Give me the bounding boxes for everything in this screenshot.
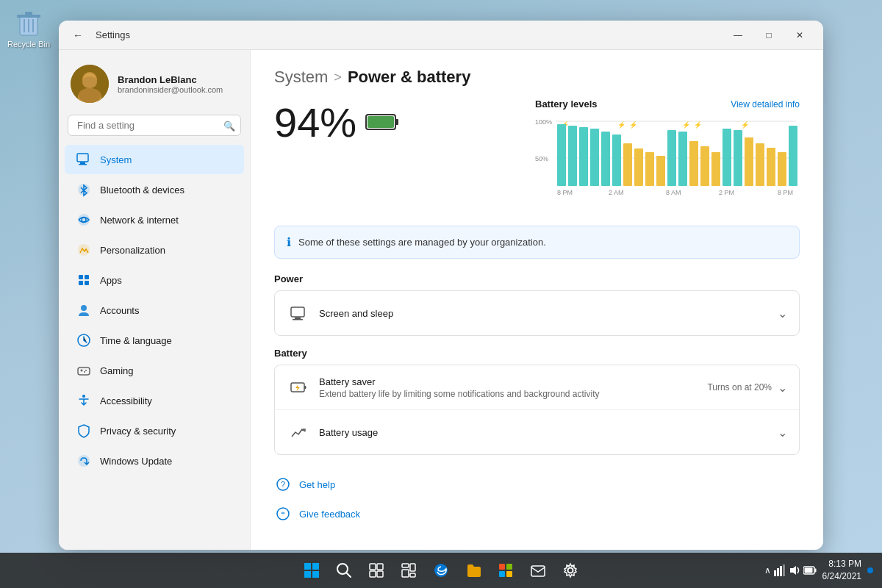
svg-text:8 PM: 8 PM xyxy=(778,189,793,196)
svg-rect-48 xyxy=(612,135,621,186)
battery-saver-right: Turns on at 20% ⌄ xyxy=(707,381,787,395)
breadcrumb-separator: > xyxy=(334,70,342,85)
svg-line-83 xyxy=(346,573,351,577)
sidebar-item-bluetooth[interactable]: Bluetooth & devices xyxy=(65,175,244,204)
window-title: Settings xyxy=(96,29,130,40)
taskbar-taskview-button[interactable] xyxy=(363,557,390,584)
taskbar-date-value: 6/24/2021 xyxy=(822,570,861,583)
sidebar-item-bluetooth-label: Bluetooth & devices xyxy=(100,184,184,196)
sidebar-item-accessibility-label: Accessibility xyxy=(100,395,152,406)
sidebar-item-privacy[interactable]: Privacy & security xyxy=(65,416,244,445)
battery-icon xyxy=(365,107,401,138)
power-card: Screen and sleep ⌄ xyxy=(274,290,800,336)
power-section-title: Power xyxy=(274,273,800,284)
network-icon xyxy=(76,212,91,227)
sidebar-item-time[interactable]: Time & language xyxy=(65,326,244,355)
notification-dot[interactable] xyxy=(867,567,873,573)
taskbar-time-value: 8:13 PM xyxy=(822,558,861,570)
screen-sleep-row[interactable]: Screen and sleep ⌄ xyxy=(275,291,799,335)
battery-percentage-display: 94% xyxy=(274,98,401,146)
svg-rect-55 xyxy=(689,141,698,186)
battery-chart-area: Battery levels View detailed info 100% 5… xyxy=(535,98,800,211)
battery-saver-row[interactable]: Battery saver Extend battery life by lim… xyxy=(275,365,799,410)
svg-rect-61 xyxy=(756,143,764,186)
taskbar-clock[interactable]: 8:13 PM 6/24/2021 xyxy=(822,558,861,583)
notice-box: ℹ Some of these settings are managed by … xyxy=(274,226,800,259)
svg-rect-52 xyxy=(656,156,665,186)
svg-rect-86 xyxy=(370,571,376,577)
svg-point-11 xyxy=(79,88,101,103)
taskbar-settings-button[interactable] xyxy=(557,557,584,584)
taskbar-right: ∧ 8:13 PM 6/24/2021 xyxy=(764,558,873,583)
battery-chart-svg: 100% 50% ⚡ ⚡ ⚡ ⚡ ⚡ ⚡ xyxy=(535,115,800,196)
svg-rect-96 xyxy=(506,571,512,577)
search-icon: 🔍 xyxy=(223,120,235,131)
svg-rect-57 xyxy=(711,152,720,186)
search-input[interactable] xyxy=(68,115,241,136)
svg-rect-87 xyxy=(377,571,383,577)
taskbar: ∧ 8:13 PM 6/24/2021 xyxy=(0,553,882,588)
sidebar-item-accounts[interactable]: Accounts xyxy=(65,295,244,325)
svg-rect-74 xyxy=(304,386,306,389)
breadcrumb-parent[interactable]: System xyxy=(274,68,328,87)
sidebar-item-update[interactable]: Windows Update xyxy=(65,446,244,476)
sidebar-item-accounts-label: Accounts xyxy=(100,305,139,316)
svg-rect-53 xyxy=(667,130,676,186)
battery-section-title: Battery xyxy=(274,348,800,359)
sidebar-item-network[interactable]: Network & internet xyxy=(65,205,244,234)
svg-rect-91 xyxy=(410,573,415,577)
svg-rect-56 xyxy=(700,146,709,186)
show-hidden-icons[interactable]: ∧ xyxy=(764,565,771,576)
breadcrumb-current: Power & battery xyxy=(348,68,471,87)
sidebar-item-apps[interactable]: Apps xyxy=(65,265,244,295)
svg-text:2 AM: 2 AM xyxy=(609,189,624,196)
user-name: Brandon LeBlanc xyxy=(118,74,223,85)
battery-percent-value: 94% xyxy=(274,98,356,146)
recycle-bin[interactable]: Recycle Bin xyxy=(7,7,50,49)
battery-usage-row[interactable]: Battery usage ⌄ xyxy=(275,410,799,454)
view-detail-link[interactable]: View detailed info xyxy=(731,99,800,110)
svg-text:⚡: ⚡ xyxy=(629,121,638,129)
chart-title: Battery levels xyxy=(535,98,598,110)
notification-area[interactable]: ∧ xyxy=(764,564,817,576)
taskbar-mail-button[interactable] xyxy=(525,557,551,584)
user-email: brandoninsider@outlook.com xyxy=(118,85,223,94)
sidebar-item-gaming-label: Gaming xyxy=(100,365,134,376)
get-help-link[interactable]: ? Get help xyxy=(274,470,800,499)
taskbar-edge-button[interactable] xyxy=(428,557,454,584)
battery-overview: 94% Battery levels xyxy=(274,98,800,211)
volume-icon xyxy=(789,564,800,576)
minimize-button[interactable]: — xyxy=(723,24,753,46)
svg-point-29 xyxy=(78,455,90,467)
svg-rect-93 xyxy=(499,564,505,570)
svg-rect-105 xyxy=(804,568,812,573)
sidebar-item-accessibility[interactable]: Accessibility xyxy=(65,386,244,415)
svg-rect-101 xyxy=(780,566,782,576)
sidebar-item-personalization[interactable]: Personalization xyxy=(65,235,244,265)
svg-point-23 xyxy=(81,305,87,311)
svg-point-98 xyxy=(568,568,573,573)
avatar xyxy=(71,65,109,103)
sidebar-item-gaming[interactable]: Gaming xyxy=(65,356,244,385)
back-button[interactable]: ← xyxy=(68,25,88,46)
taskbar-center xyxy=(298,557,584,584)
taskbar-store-button[interactable] xyxy=(492,557,519,584)
screen-sleep-title: Screen and sleep xyxy=(319,308,778,319)
notice-text: Some of these settings are managed by yo… xyxy=(298,237,546,248)
battery-status-icon xyxy=(803,566,817,575)
taskbar-widgets-button[interactable] xyxy=(395,557,422,584)
give-feedback-link[interactable]: Give feedback xyxy=(274,499,800,528)
taskbar-files-button[interactable] xyxy=(460,557,487,584)
breadcrumb: System > Power & battery xyxy=(274,68,800,87)
taskbar-search-button[interactable] xyxy=(331,557,357,584)
desktop: Recycle Bin ← Settings — □ ✕ xyxy=(0,0,882,588)
svg-rect-20 xyxy=(85,275,89,279)
start-button[interactable] xyxy=(298,557,325,584)
sidebar-item-privacy-label: Privacy & security xyxy=(100,426,176,437)
maximize-button[interactable]: □ xyxy=(754,24,784,46)
personalization-icon xyxy=(76,243,91,257)
close-button[interactable]: ✕ xyxy=(785,24,814,46)
svg-rect-14 xyxy=(79,164,87,165)
user-profile[interactable]: Brandon LeBlanc brandoninsider@outlook.c… xyxy=(59,59,250,115)
sidebar-item-system[interactable]: System xyxy=(65,145,244,174)
